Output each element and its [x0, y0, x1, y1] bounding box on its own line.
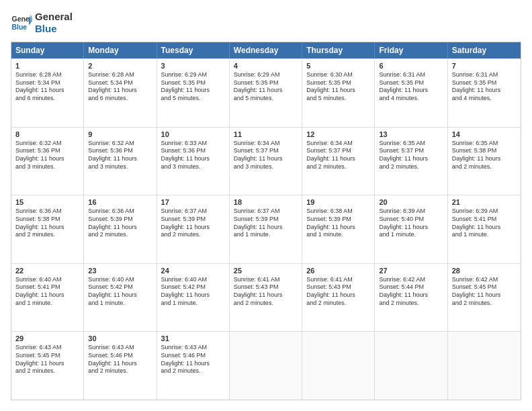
sunrise-line: Sunrise: 6:30 AM [306, 71, 370, 79]
sunset-line: Sunset: 5:40 PM [379, 216, 443, 224]
day-number: 28 [452, 267, 517, 275]
header-day-saturday: Saturday [448, 42, 521, 58]
day-number: 11 [234, 130, 298, 138]
sunset-line: Sunset: 5:39 PM [161, 216, 225, 224]
sunset-line: Sunset: 5:43 PM [234, 283, 298, 291]
day-number: 27 [379, 267, 443, 275]
day-number: 25 [234, 267, 298, 275]
sunrise-line: Sunrise: 6:29 AM [161, 71, 225, 79]
day-number: 2 [88, 62, 152, 70]
sunrise-line: Sunrise: 6:31 AM [452, 71, 517, 79]
sunrise-line: Sunrise: 6:32 AM [88, 140, 152, 148]
sunset-line: Sunset: 5:35 PM [379, 79, 443, 87]
calendar-header: SundayMondayTuesdayWednesdayThursdayFrid… [11, 42, 521, 58]
sunset-line: Sunset: 5:39 PM [306, 216, 370, 224]
daylight-label: Daylight: 11 hours [379, 87, 443, 95]
day-cell-12: 12 Sunrise: 6:34 AM Sunset: 5:37 PM Dayl… [302, 128, 375, 195]
day-cell-31: 31 Sunrise: 6:43 AM Sunset: 5:46 PM Dayl… [157, 332, 230, 400]
day-number: 1 [15, 62, 79, 70]
day-cell-20: 20 Sunrise: 6:39 AM Sunset: 5:40 PM Dayl… [375, 195, 447, 263]
daylight-detail: and 1 minute. [88, 300, 152, 308]
sunrise-line: Sunrise: 6:43 AM [88, 344, 152, 352]
sunset-line: Sunset: 5:35 PM [161, 79, 225, 87]
daylight-detail: and 2 minutes. [306, 300, 370, 308]
daylight-label: Daylight: 11 hours [15, 155, 79, 163]
sunset-line: Sunset: 5:44 PM [379, 283, 443, 291]
sunrise-line: Sunrise: 6:29 AM [234, 71, 298, 79]
daylight-label: Daylight: 11 hours [15, 87, 79, 95]
calendar: SundayMondayTuesdayWednesdayThursdayFrid… [11, 42, 521, 400]
day-number: 14 [452, 130, 517, 138]
sunset-line: Sunset: 5:37 PM [306, 147, 370, 155]
day-cell-25: 25 Sunrise: 6:41 AM Sunset: 5:43 PM Dayl… [230, 264, 302, 332]
daylight-detail: and 1 minute. [306, 231, 370, 239]
day-number: 7 [452, 62, 517, 70]
day-cell-21: 21 Sunrise: 6:39 AM Sunset: 5:41 PM Dayl… [448, 195, 521, 263]
sunrise-line: Sunrise: 6:28 AM [15, 71, 79, 79]
daylight-label: Daylight: 11 hours [88, 224, 152, 232]
header-day-monday: Monday [84, 42, 157, 58]
daylight-label: Daylight: 11 hours [88, 291, 152, 300]
header: General Blue General Blue [11, 11, 521, 35]
sunrise-line: Sunrise: 6:35 AM [452, 140, 517, 148]
daylight-label: Daylight: 11 hours [452, 155, 517, 163]
sunrise-line: Sunrise: 6:37 AM [234, 208, 298, 216]
daylight-detail: and 2 minutes. [379, 163, 443, 171]
header-day-friday: Friday [375, 42, 447, 58]
daylight-detail: and 1 minute. [234, 231, 298, 239]
day-number: 15 [15, 198, 79, 206]
day-cell-5: 5 Sunrise: 6:30 AM Sunset: 5:35 PM Dayli… [302, 59, 375, 127]
day-cell-18: 18 Sunrise: 6:37 AM Sunset: 5:39 PM Dayl… [230, 195, 302, 263]
sunrise-line: Sunrise: 6:35 AM [379, 140, 443, 148]
day-number: 6 [379, 62, 443, 70]
daylight-label: Daylight: 11 hours [15, 360, 79, 368]
sunrise-line: Sunrise: 6:40 AM [15, 276, 79, 284]
daylight-detail: and 1 minute. [379, 231, 443, 239]
logo-blue: Blue [35, 23, 73, 35]
daylight-detail: and 3 minutes. [15, 163, 79, 171]
calendar-body: 1 Sunrise: 6:28 AM Sunset: 5:34 PM Dayli… [11, 58, 521, 400]
sunset-line: Sunset: 5:38 PM [452, 147, 517, 155]
header-day-tuesday: Tuesday [157, 42, 230, 58]
daylight-label: Daylight: 11 hours [306, 224, 370, 232]
daylight-detail: and 2 minutes. [306, 163, 370, 171]
sunrise-line: Sunrise: 6:42 AM [379, 276, 443, 284]
calendar-row-1: 1 Sunrise: 6:28 AM Sunset: 5:34 PM Dayli… [11, 58, 521, 127]
daylight-detail: and 6 minutes. [15, 95, 79, 103]
empty-cell [448, 332, 521, 400]
daylight-detail: and 2 minutes. [15, 367, 79, 375]
day-number: 19 [306, 198, 370, 206]
sunset-line: Sunset: 5:34 PM [15, 79, 79, 87]
calendar-row-5: 29 Sunrise: 6:43 AM Sunset: 5:45 PM Dayl… [11, 331, 521, 400]
logo-general: General [35, 11, 73, 23]
sunset-line: Sunset: 5:39 PM [234, 216, 298, 224]
daylight-label: Daylight: 11 hours [161, 155, 225, 163]
daylight-detail: and 6 minutes. [88, 95, 152, 103]
sunrise-line: Sunrise: 6:43 AM [161, 344, 225, 352]
day-number: 22 [15, 267, 79, 275]
daylight-detail: and 1 minute. [452, 231, 517, 239]
sunset-line: Sunset: 5:41 PM [15, 283, 79, 291]
day-cell-23: 23 Sunrise: 6:40 AM Sunset: 5:42 PM Dayl… [84, 264, 157, 332]
daylight-label: Daylight: 11 hours [452, 224, 517, 232]
daylight-label: Daylight: 11 hours [452, 291, 517, 300]
sunrise-line: Sunrise: 6:39 AM [379, 208, 443, 216]
day-number: 13 [379, 130, 443, 138]
sunrise-line: Sunrise: 6:34 AM [234, 140, 298, 148]
daylight-label: Daylight: 11 hours [452, 87, 517, 95]
day-number: 8 [15, 130, 79, 138]
day-number: 5 [306, 62, 370, 70]
day-cell-27: 27 Sunrise: 6:42 AM Sunset: 5:44 PM Dayl… [375, 264, 447, 332]
daylight-label: Daylight: 11 hours [161, 291, 225, 300]
daylight-detail: and 3 minutes. [234, 163, 298, 171]
daylight-detail: and 2 minutes. [379, 300, 443, 308]
day-number: 4 [234, 62, 298, 70]
day-cell-7: 7 Sunrise: 6:31 AM Sunset: 5:35 PM Dayli… [448, 59, 521, 127]
daylight-detail: and 1 minute. [161, 300, 225, 308]
day-number: 23 [88, 267, 152, 275]
daylight-detail: and 5 minutes. [234, 95, 298, 103]
day-cell-24: 24 Sunrise: 6:40 AM Sunset: 5:42 PM Dayl… [157, 264, 230, 332]
svg-text:Blue: Blue [12, 24, 28, 31]
day-number: 9 [88, 130, 152, 138]
day-cell-26: 26 Sunrise: 6:41 AM Sunset: 5:43 PM Dayl… [302, 264, 375, 332]
